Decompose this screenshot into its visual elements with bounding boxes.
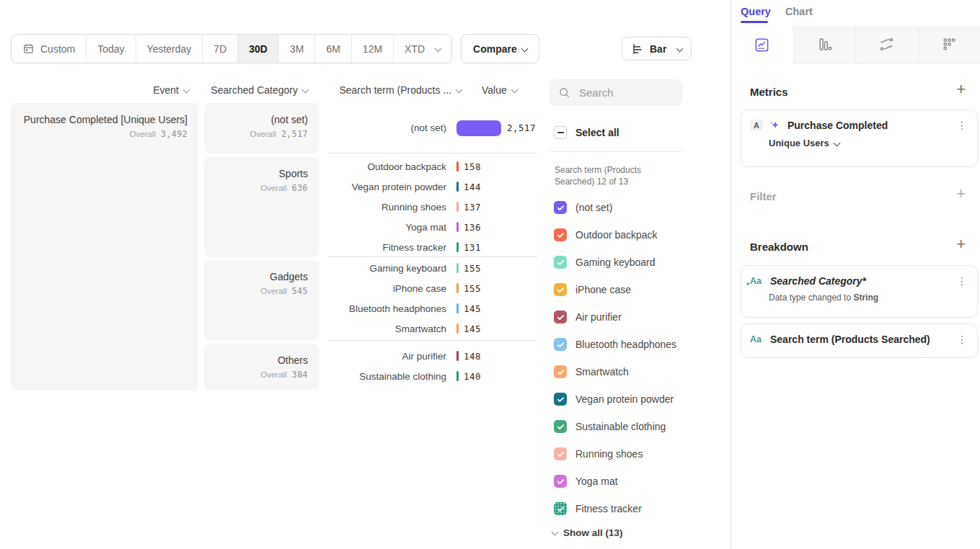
check-icon — [557, 341, 565, 349]
check-icon — [557, 286, 565, 294]
table-row[interactable]: Sustainable clothing 140 — [328, 366, 537, 386]
table-row[interactable]: Air purifier 148 — [328, 346, 537, 366]
tab-chart[interactable]: Chart — [785, 6, 813, 17]
checked-checkbox[interactable] — [554, 502, 567, 515]
checked-checkbox[interactable] — [554, 338, 567, 351]
list-item[interactable]: (not set) — [554, 194, 676, 221]
list-item[interactable]: Running shoes — [554, 440, 676, 468]
kebab-menu-icon[interactable]: ⋮ — [955, 276, 968, 286]
breakdown-property-name: Search term (Products Searched) — [770, 334, 955, 345]
checked-checkbox[interactable] — [554, 228, 567, 241]
checked-checkbox[interactable] — [554, 365, 567, 378]
column-header-category[interactable]: Searched Category — [204, 84, 308, 96]
table-row[interactable]: (not set) 2,517 — [328, 118, 537, 138]
column-header-value[interactable]: Value — [482, 84, 517, 96]
checked-checkbox[interactable] — [554, 283, 567, 296]
breakdown-heading: Breakdown — [750, 241, 808, 253]
date-30d-button[interactable]: 30D — [237, 35, 278, 63]
date-3m-button[interactable]: 3M — [278, 35, 314, 63]
list-item[interactable]: iPhone case — [554, 276, 676, 303]
check-icon — [557, 478, 565, 486]
table-row[interactable]: Smartwatch 145 — [328, 318, 537, 339]
column-header-event[interactable]: Event — [11, 84, 189, 96]
checked-checkbox[interactable] — [554, 393, 567, 406]
insights-icon — [754, 37, 770, 53]
kebab-menu-icon[interactable]: ⋮ — [955, 334, 968, 344]
checked-checkbox[interactable] — [554, 256, 567, 269]
add-metric-button[interactable]: + — [956, 82, 966, 97]
date-custom-button[interactable]: Custom — [12, 35, 86, 63]
checked-checkbox[interactable] — [554, 475, 567, 488]
metric-card[interactable]: A Purchase Completed ⋮ Unique Users — [741, 110, 978, 167]
breakdown-card[interactable]: Aa* Searched Category* ⋮ Data type chang… — [741, 265, 978, 318]
table-row[interactable]: Fitness tracker 131 — [328, 237, 537, 257]
add-filter-button[interactable]: + — [956, 187, 966, 201]
table-row[interactable]: Outdoor backpack 158 — [328, 156, 537, 177]
list-item[interactable]: Smartwatch — [554, 358, 676, 385]
checked-checkbox[interactable] — [554, 447, 567, 460]
category-cell[interactable]: Others Overall384 — [204, 344, 319, 390]
tab-flows[interactable] — [855, 26, 918, 63]
event-cell[interactable]: Purchase Completed [Unique Users] Overal… — [11, 103, 198, 390]
table-row[interactable]: Yoga mat 136 — [328, 217, 537, 237]
compare-button[interactable]: Compare — [461, 34, 539, 63]
select-all-checkbox[interactable] — [554, 126, 567, 139]
chevron-down-icon — [435, 45, 442, 53]
search-input[interactable] — [578, 86, 667, 99]
value: 2,517 — [507, 122, 536, 133]
list-item[interactable]: Air purifier — [554, 303, 676, 331]
checked-checkbox[interactable] — [554, 420, 567, 433]
select-all-label: Select all — [575, 127, 619, 138]
checked-checkbox[interactable] — [554, 201, 567, 214]
list-item[interactable]: Gaming keyboard — [554, 249, 676, 276]
check-icon — [557, 450, 565, 458]
table-row[interactable]: Gaming keyboard 155 — [328, 258, 537, 278]
metric-measure-dropdown[interactable]: Unique Users — [769, 138, 968, 148]
value-bar — [456, 303, 459, 313]
date-12m-button[interactable]: 12M — [351, 35, 393, 63]
date-today-button[interactable]: Today — [86, 35, 135, 63]
value-bar — [456, 242, 459, 252]
list-item[interactable]: Yoga mat — [554, 468, 676, 495]
breakdown-card[interactable]: Aa Search term (Products Searched) ⋮ — [741, 323, 978, 358]
category-cell[interactable]: Gadgets Overall545 — [204, 260, 319, 341]
list-item[interactable]: Vegan protein powder — [554, 385, 676, 413]
event-name: Purchase Completed [Unique Users] — [11, 114, 187, 125]
calendar-icon — [22, 43, 35, 55]
column-header-term[interactable]: Search term (Products ... — [317, 84, 462, 96]
term-group: (not set) 2,517 — [328, 103, 537, 153]
date-xtd-button[interactable]: XTD — [393, 35, 451, 63]
date-7d-button[interactable]: 7D — [202, 35, 237, 63]
category-cell[interactable]: Sports Overall636 — [204, 157, 319, 257]
tab-funnels[interactable] — [793, 26, 856, 63]
table-row[interactable]: iPhone case 155 — [328, 278, 537, 298]
check-icon — [557, 231, 565, 239]
table-row[interactable]: Vegan protein powder 144 — [328, 177, 537, 197]
list-item[interactable]: Sustainable clothing — [554, 413, 676, 440]
checked-checkbox[interactable] — [554, 311, 567, 323]
table-row[interactable]: Bluetooth headphones 145 — [328, 298, 537, 318]
funnels-icon — [816, 36, 833, 53]
search-box[interactable] — [549, 79, 682, 106]
analytics-app: Custom Today Yesterday 7D 30D 3M 6M 12M … — [0, 0, 980, 549]
table-row[interactable]: Running shoes 137 — [328, 197, 537, 217]
tab-retention[interactable] — [918, 26, 980, 63]
show-all-button[interactable]: Show all (13) — [552, 527, 623, 538]
chevron-down-icon — [511, 86, 518, 94]
bar-chart-icon — [631, 43, 644, 55]
list-item[interactable]: Outdoor backpack — [554, 221, 676, 249]
list-item[interactable]: Fitness tracker — [554, 495, 676, 522]
list-item[interactable]: Bluetooth headphones — [554, 331, 676, 358]
chart-type-dropdown[interactable]: Bar — [622, 37, 692, 61]
kebab-menu-icon[interactable]: ⋮ — [955, 120, 968, 130]
date-6m-button[interactable]: 6M — [314, 35, 350, 63]
add-breakdown-button[interactable]: + — [956, 237, 966, 251]
chevron-down-icon — [552, 528, 559, 535]
metric-badge: A — [750, 120, 763, 131]
select-all-row[interactable]: Select all — [554, 126, 619, 139]
tab-query[interactable]: Query — [741, 6, 771, 17]
date-yesterday-button[interactable]: Yesterday — [136, 35, 203, 63]
tab-insights[interactable] — [731, 26, 793, 63]
query-sidebar: Query Chart — [730, 0, 980, 549]
category-cell[interactable]: (not set) Overall2,517 — [204, 103, 319, 153]
